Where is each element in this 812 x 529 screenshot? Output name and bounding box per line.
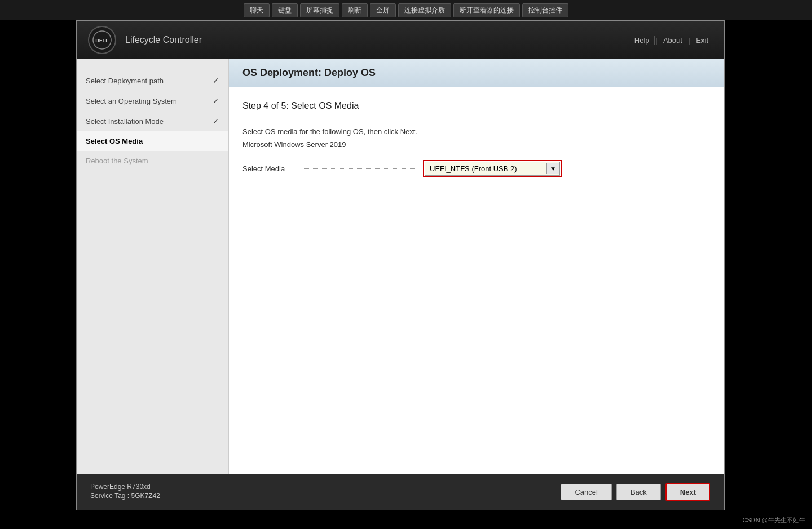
footer: PowerEdge R730xd Service Tag : 5GK7Z42 C… bbox=[77, 474, 724, 510]
os-name: Microsoft Windows Server 2019 bbox=[242, 140, 710, 149]
app-title: Lifecycle Controller bbox=[125, 35, 630, 45]
app-header: DELL Lifecycle Controller Help | About |… bbox=[77, 21, 724, 59]
content-area: Select Deployment path ✓ Select an Opera… bbox=[77, 59, 724, 474]
exit-link[interactable]: Exit bbox=[691, 36, 713, 45]
top-toolbar: 聊天 键盘 屏幕捕捉 刷新 全屏 连接虚拟介质 断开查看器的连接 控制台控件 bbox=[0, 0, 812, 20]
sidebar-item-install-label: Select Installation Mode bbox=[86, 117, 164, 126]
sidebar: Select Deployment path ✓ Select an Opera… bbox=[77, 59, 229, 474]
next-button[interactable]: Next bbox=[665, 483, 710, 501]
sidebar-item-deployment-path[interactable]: Select Deployment path ✓ bbox=[77, 70, 228, 91]
step-title: Step 4 of 5: Select OS Media bbox=[242, 101, 710, 118]
toolbar-btn-screenshot[interactable]: 屏幕捕捉 bbox=[300, 3, 339, 17]
toolbar-btn-virtual-media[interactable]: 连接虚拟介质 bbox=[398, 3, 451, 17]
check-icon-install: ✓ bbox=[213, 117, 219, 126]
step-description: Select OS media for the following OS, th… bbox=[242, 127, 710, 136]
main-window: DELL Lifecycle Controller Help | About |… bbox=[76, 20, 725, 510]
sidebar-item-installation-mode[interactable]: Select Installation Mode ✓ bbox=[77, 111, 228, 131]
panel-title: OS Deployment: Deploy OS bbox=[242, 67, 710, 79]
header-links: Help | About | Exit bbox=[630, 36, 713, 45]
footer-buttons: Cancel Back Next bbox=[561, 483, 710, 501]
footer-device-info: PowerEdge R730xd Service Tag : 5GK7Z42 bbox=[90, 483, 561, 501]
about-link[interactable]: About bbox=[659, 36, 687, 45]
dotted-separator bbox=[304, 168, 417, 169]
toolbar-btn-chat[interactable]: 聊天 bbox=[244, 3, 270, 17]
help-link[interactable]: Help bbox=[630, 36, 655, 45]
toolbar-btn-keyboard[interactable]: 键盘 bbox=[272, 3, 298, 17]
back-button[interactable]: Back bbox=[616, 484, 661, 500]
main-panel: OS Deployment: Deploy OS Step 4 of 5: Se… bbox=[229, 59, 724, 474]
toolbar-btn-fullscreen[interactable]: 全屏 bbox=[370, 3, 396, 17]
check-icon-os: ✓ bbox=[213, 96, 219, 105]
media-select-control[interactable]: UEFI_NTFS (Front USB 2) ▼ bbox=[425, 162, 560, 176]
media-select-dropdown-arrow[interactable]: ▼ bbox=[546, 163, 559, 174]
media-select-value: UEFI_NTFS (Front USB 2) bbox=[425, 162, 546, 175]
sidebar-item-deployment-path-label: Select Deployment path bbox=[86, 77, 164, 85]
service-tag: Service Tag : 5GK7Z42 bbox=[90, 492, 561, 500]
toolbar-btn-disconnect[interactable]: 断开查看器的连接 bbox=[453, 3, 520, 17]
device-model: PowerEdge R730xd bbox=[90, 483, 561, 491]
panel-header: OS Deployment: Deploy OS bbox=[229, 59, 724, 87]
sidebar-item-media-label: Select OS Media bbox=[86, 137, 143, 145]
sidebar-item-reboot-label: Reboot the System bbox=[86, 157, 148, 165]
select-media-row: Select Media UEFI_NTFS (Front USB 2) ▼ bbox=[242, 160, 710, 177]
media-select-wrapper[interactable]: UEFI_NTFS (Front USB 2) ▼ bbox=[423, 160, 562, 177]
cancel-button[interactable]: Cancel bbox=[561, 484, 611, 500]
sidebar-item-reboot: Reboot the System bbox=[77, 151, 228, 171]
toolbar-btn-refresh[interactable]: 刷新 bbox=[342, 3, 368, 17]
sidebar-item-os-label: Select an Operating System bbox=[86, 97, 177, 105]
dell-logo: DELL bbox=[88, 26, 116, 54]
check-icon-deployment: ✓ bbox=[213, 76, 219, 85]
select-media-label: Select Media bbox=[242, 165, 299, 173]
watermark: CSDN @牛先生不姓牛 bbox=[743, 516, 805, 524]
sidebar-item-os-media[interactable]: Select OS Media bbox=[77, 131, 228, 151]
sidebar-item-operating-system[interactable]: Select an Operating System ✓ bbox=[77, 91, 228, 111]
panel-body: Step 4 of 5: Select OS Media Select OS m… bbox=[229, 87, 724, 474]
toolbar-btn-console[interactable]: 控制台控件 bbox=[522, 3, 568, 17]
svg-text:DELL: DELL bbox=[95, 38, 109, 43]
